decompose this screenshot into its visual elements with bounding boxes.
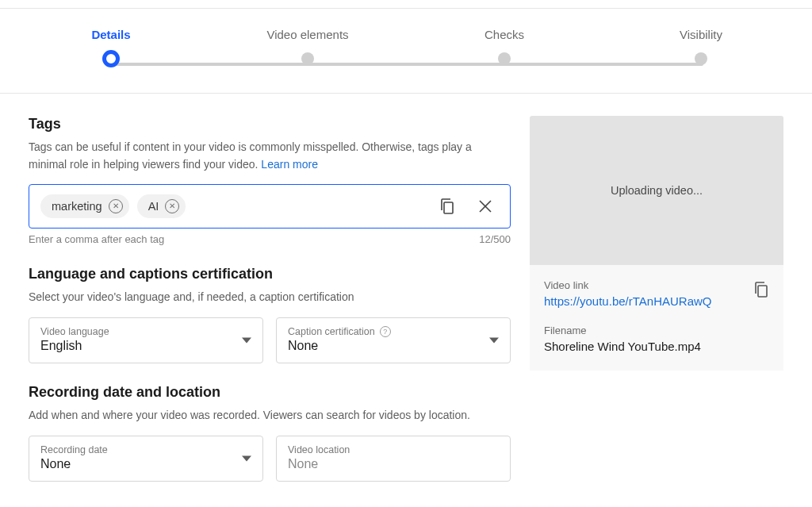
tags-chip-list: marketing ✕ AI ✕ [40, 194, 186, 218]
step-video-elements[interactable]: Video elements [268, 28, 347, 67]
step-dot-icon [301, 52, 314, 65]
help-icon[interactable]: ? [380, 326, 391, 337]
learn-more-link[interactable]: Learn more [261, 158, 318, 171]
upload-status-text: Uploading video... [611, 184, 703, 197]
field-label: Video language [40, 326, 251, 337]
field-label: Caption certification ? [288, 326, 499, 337]
copy-link-icon[interactable] [753, 281, 769, 298]
recording-section-title: Recording date and location [29, 384, 511, 401]
field-value: None [288, 339, 499, 353]
chevron-down-icon [242, 338, 251, 344]
video-location-input[interactable]: Video location None [276, 436, 511, 482]
tag-chip-label: marketing [52, 200, 102, 213]
upload-stepper: Details Video elements Checks Visibility [0, 8, 812, 94]
tag-chip: marketing ✕ [40, 194, 129, 218]
video-link[interactable]: https://youtu.be/rTAnHAURawQ [544, 294, 711, 308]
copy-icon[interactable] [439, 198, 456, 215]
step-details[interactable]: Details [71, 28, 151, 67]
step-label: Checks [485, 28, 524, 41]
caption-cert-select[interactable]: Caption certification ? None [276, 317, 511, 363]
tags-section-desc: Tags can be useful if content in your vi… [29, 139, 511, 173]
field-label: Video location [288, 444, 499, 455]
video-language-select[interactable]: Video language English [29, 317, 263, 363]
remove-tag-icon[interactable]: ✕ [109, 199, 123, 213]
tags-desc-text: Tags can be useful if content in your vi… [29, 140, 472, 171]
step-label: Visibility [680, 28, 722, 41]
clear-all-icon[interactable] [477, 198, 494, 215]
step-checks[interactable]: Checks [465, 28, 544, 67]
step-dot-icon [695, 52, 707, 65]
filename-label: Filename [544, 325, 769, 336]
stepper-track [109, 63, 703, 66]
tags-hint: Enter a comma after each tag [29, 233, 164, 245]
step-label: Video elements [266, 28, 348, 41]
language-section-title: Language and captions certification [29, 266, 511, 282]
step-dot-icon [498, 52, 511, 65]
recording-section-desc: Add when and where your video was record… [29, 407, 511, 424]
field-placeholder: None [288, 457, 499, 471]
recording-date-select[interactable]: Recording date None [29, 436, 263, 482]
tag-chip-label: AI [148, 200, 159, 213]
video-meta-panel: Video link https://youtu.be/rTAnHAURawQ … [530, 265, 783, 371]
tags-section-title: Tags [29, 116, 511, 133]
field-value: None [40, 457, 251, 471]
tags-counter: 12/500 [479, 233, 511, 245]
field-value: English [40, 339, 251, 353]
step-label: Details [91, 28, 130, 41]
svg-rect-0 [444, 202, 453, 213]
step-visibility[interactable]: Visibility [661, 28, 741, 67]
field-label: Recording date [40, 444, 251, 455]
tags-input-box[interactable]: marketing ✕ AI ✕ [29, 184, 511, 229]
language-section-desc: Select your video's language and, if nee… [29, 289, 511, 306]
remove-tag-icon[interactable]: ✕ [165, 199, 179, 213]
chevron-down-icon [489, 338, 499, 344]
tag-chip: AI ✕ [137, 194, 186, 218]
svg-rect-3 [758, 286, 767, 297]
video-link-label: Video link [544, 279, 769, 291]
chevron-down-icon [242, 455, 251, 461]
caption-cert-label-text: Caption certification [288, 326, 375, 337]
filename-value: Shoreline Wind YouTube.mp4 [544, 340, 769, 353]
step-dot-icon [102, 50, 120, 67]
video-preview: Uploading video... [530, 116, 783, 265]
